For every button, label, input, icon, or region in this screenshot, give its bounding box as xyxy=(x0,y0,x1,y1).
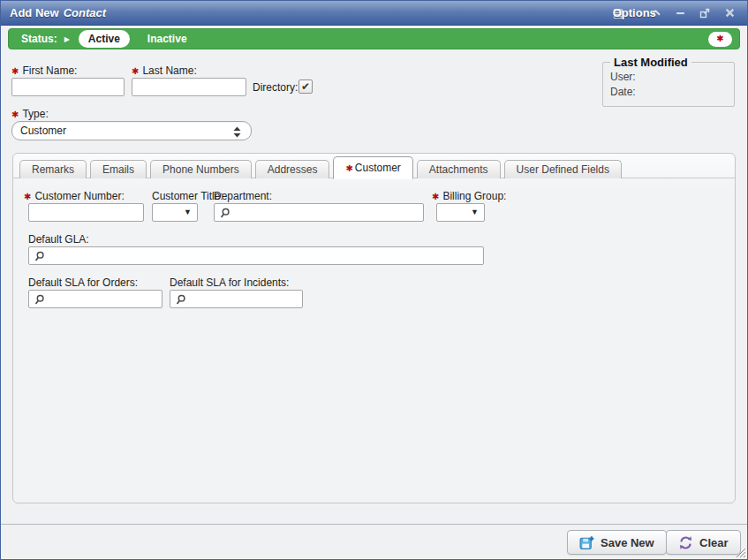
tab-label: Remarks xyxy=(32,163,74,176)
last-name-field[interactable] xyxy=(132,78,246,96)
chevron-down-icon: ▼ xyxy=(471,208,479,216)
tab-strip: Remarks Emails Phone Numbers Addresses ✱… xyxy=(13,154,735,178)
save-new-label: Save New xyxy=(601,536,654,549)
chevron-down-icon: ▼ xyxy=(184,208,192,216)
save-plus-icon xyxy=(579,535,594,550)
last-modified-fieldset: Last Modified User: Date: xyxy=(602,56,735,107)
required-asterisk-icon: ✱ xyxy=(132,66,139,76)
default-gla-field[interactable] xyxy=(47,248,481,263)
save-new-button[interactable]: Save New xyxy=(567,530,667,555)
status-label: Status: xyxy=(21,33,57,45)
clear-button[interactable]: Clear xyxy=(666,530,741,555)
default-sla-incidents-label: Default SLA for Incidents: xyxy=(170,276,289,289)
checkmark-icon: ✔ xyxy=(301,81,310,92)
first-name-field[interactable] xyxy=(11,78,125,96)
tab-label: Customer xyxy=(355,162,401,174)
type-select-value: Customer xyxy=(20,125,66,137)
directory-label: Directory: xyxy=(253,81,298,94)
default-gla-lookup[interactable] xyxy=(28,246,484,265)
default-sla-orders-label: Default SLA for Orders: xyxy=(28,276,138,289)
last-name-label-text: Last Name: xyxy=(142,64,196,77)
status-bar: Status: ▶ Active Inactive ✱ xyxy=(8,28,740,49)
required-asterisk-icon: ✱ xyxy=(716,34,723,43)
status-option-active[interactable]: Active xyxy=(79,30,130,48)
stepper-arrows-icon xyxy=(233,126,241,138)
required-asterisk-icon: ✱ xyxy=(11,66,19,76)
customer-number-label: ✱Customer Number: xyxy=(24,190,125,202)
search-icon xyxy=(34,294,45,306)
tab-user-defined-fields[interactable]: User Defined Fields xyxy=(504,160,622,178)
tab-label: Phone Numbers xyxy=(162,163,239,176)
customer-title-label: Customer Title: xyxy=(152,190,223,202)
search-icon xyxy=(34,251,45,262)
type-label-text: Type: xyxy=(22,108,48,120)
status-option-inactive[interactable]: Inactive xyxy=(147,33,187,45)
clear-label: Clear xyxy=(699,536,729,549)
last-modified-legend: Last Modified xyxy=(610,56,691,69)
billing-group-label: ✱Billing Group: xyxy=(432,190,506,202)
status-arrow-icon: ▶ xyxy=(64,35,70,43)
customer-title-dropdown[interactable]: ▼ xyxy=(152,203,198,222)
date-label: Date: xyxy=(610,86,636,98)
default-sla-orders-field[interactable] xyxy=(47,291,160,306)
tab-emails[interactable]: Emails xyxy=(90,160,147,178)
add-new-contact-dialog: Add NewContact ▤ Options St xyxy=(0,0,748,560)
default-sla-orders-lookup[interactable] xyxy=(28,290,162,308)
first-name-label-text: First Name: xyxy=(22,64,77,77)
refresh-icon xyxy=(678,535,693,550)
contact-tab-panel: Remarks Emails Phone Numbers Addresses ✱… xyxy=(12,153,736,503)
billing-group-dropdown[interactable]: ▼ xyxy=(436,203,485,222)
close-icon xyxy=(725,8,735,18)
customer-tab-content: ✱Customer Number: Customer Title: ▼ Depa… xyxy=(13,179,735,503)
minus-icon xyxy=(676,8,685,18)
tab-attachments[interactable]: Attachments xyxy=(417,160,501,178)
footer-divider xyxy=(1,524,747,525)
default-gla-label: Default GLA: xyxy=(28,233,89,246)
resize-grip[interactable] xyxy=(734,546,746,558)
close-button[interactable] xyxy=(721,5,738,21)
dialog-title: Add NewContact xyxy=(10,6,106,19)
required-asterisk-icon: ✱ xyxy=(11,110,19,119)
options-button[interactable]: ▤ Options xyxy=(613,6,623,19)
required-indicator-button[interactable]: ✱ xyxy=(708,32,732,47)
type-select[interactable]: Customer xyxy=(11,121,252,140)
options-label: Options xyxy=(613,6,656,19)
department-field[interactable] xyxy=(232,205,421,220)
user-label: User: xyxy=(610,71,636,83)
customer-number-label-text: Customer Number: xyxy=(34,190,124,202)
billing-group-label-text: Billing Group: xyxy=(442,190,506,202)
tab-remarks[interactable]: Remarks xyxy=(19,160,87,178)
minimize-button[interactable] xyxy=(671,5,689,21)
default-sla-incidents-field[interactable] xyxy=(188,291,300,306)
search-icon xyxy=(219,208,230,219)
required-asterisk-icon: ✱ xyxy=(345,163,352,173)
popout-icon xyxy=(699,8,710,19)
tab-label: Emails xyxy=(102,163,134,176)
tab-label: Attachments xyxy=(429,163,488,176)
first-name-label: ✱First Name: xyxy=(11,64,77,77)
department-lookup[interactable] xyxy=(214,203,424,222)
title-bar: Add NewContact ▤ Options xyxy=(1,1,747,26)
required-asterisk-icon: ✱ xyxy=(432,192,439,201)
tab-customer[interactable]: ✱ Customer xyxy=(333,156,412,179)
tab-addresses[interactable]: Addresses xyxy=(255,160,330,178)
search-icon xyxy=(175,294,186,306)
last-modified-user-row: User: xyxy=(610,71,727,83)
type-label: ✱Type: xyxy=(11,108,49,120)
tab-label: Addresses xyxy=(268,163,318,176)
default-sla-incidents-lookup[interactable] xyxy=(170,290,303,308)
customer-number-field[interactable] xyxy=(28,203,144,222)
department-label: Department: xyxy=(214,190,272,202)
tab-label: User Defined Fields xyxy=(517,163,609,176)
required-asterisk-icon: ✱ xyxy=(24,192,31,201)
last-name-label: ✱Last Name: xyxy=(132,64,197,77)
tab-phone-numbers[interactable]: Phone Numbers xyxy=(150,160,252,178)
title-prefix: Add New xyxy=(10,6,59,19)
last-modified-date-row: Date: xyxy=(610,86,727,98)
title-entity: Contact xyxy=(64,6,106,19)
directory-checkbox[interactable]: ✔ xyxy=(298,79,313,94)
popout-button[interactable] xyxy=(696,5,714,21)
